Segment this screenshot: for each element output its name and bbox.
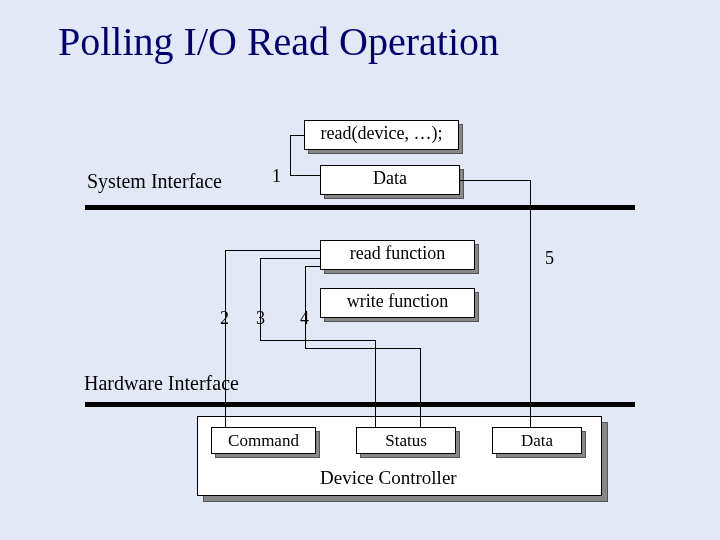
command-box: Command <box>211 427 316 454</box>
line-5b <box>530 180 531 427</box>
data-top-box: Data <box>320 165 460 195</box>
line-3a <box>260 258 261 340</box>
step-1-label: 1 <box>272 166 281 187</box>
line-3top <box>260 258 320 259</box>
line-4b <box>305 348 420 349</box>
write-function-box: write function <box>320 288 475 318</box>
read-function-box: read function <box>320 240 475 270</box>
line-3b <box>260 340 375 341</box>
step-5-label: 5 <box>545 248 554 269</box>
system-interface-label: System Interface <box>87 170 222 193</box>
line-4top <box>305 266 320 267</box>
status-box: Status <box>356 427 456 454</box>
line-2 <box>225 250 226 427</box>
diagram-stage: Polling I/O Read Operation read(device, … <box>0 0 720 540</box>
hardware-interface-bar <box>85 402 635 407</box>
page-title: Polling I/O Read Operation <box>58 18 499 65</box>
read-call-box: read(device, …); <box>304 120 459 150</box>
line-4c <box>420 348 421 427</box>
line-2top <box>225 250 320 251</box>
line-3c <box>375 340 376 427</box>
line-4a <box>305 266 306 348</box>
system-interface-bar <box>85 205 635 210</box>
line-1a <box>290 135 291 175</box>
device-controller-label: Device Controller <box>320 467 457 489</box>
data-bottom-box: Data <box>492 427 582 454</box>
hardware-interface-label: Hardware Interface <box>84 372 239 395</box>
line-1c <box>290 175 320 176</box>
line-1b <box>290 135 304 136</box>
line-5a <box>460 180 530 181</box>
line-2-to-command <box>225 427 245 428</box>
